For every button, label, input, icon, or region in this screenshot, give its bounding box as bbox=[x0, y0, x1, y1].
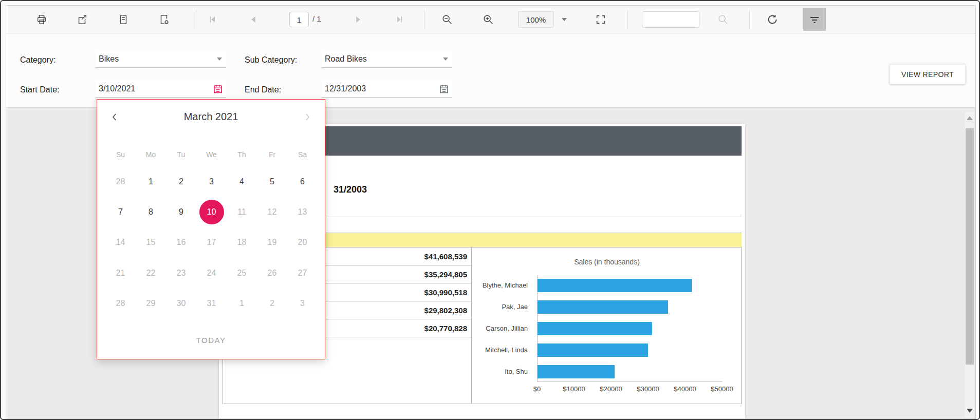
datepicker-day[interactable]: 6 bbox=[287, 166, 318, 197]
start-date-label: Start Date: bbox=[20, 85, 59, 94]
next-page-button[interactable] bbox=[349, 10, 367, 29]
parameters-panel-toggle-button[interactable] bbox=[803, 8, 826, 31]
search-button[interactable] bbox=[714, 10, 732, 29]
refresh-button[interactable] bbox=[763, 10, 782, 29]
calendar-icon[interactable] bbox=[439, 84, 449, 94]
chart-x-tick: $10000 bbox=[563, 385, 585, 393]
datepicker-dayname: We bbox=[196, 147, 227, 162]
view-report-button[interactable]: VIEW REPORT bbox=[890, 64, 966, 84]
datepicker-popup: March 2021 SuMoTuWeThFrSa 28123456789101… bbox=[97, 99, 325, 359]
end-date-value: 12/31/2003 bbox=[325, 84, 366, 93]
toolbar-divider bbox=[196, 10, 196, 29]
datepicker-day[interactable]: 9 bbox=[166, 197, 196, 227]
category-dropdown[interactable]: Bikes bbox=[96, 50, 226, 68]
scroll-up-arrow-icon[interactable] bbox=[967, 116, 973, 120]
category-label: Category: bbox=[20, 55, 56, 65]
app-window: / 1 100% Catego bbox=[0, 0, 980, 420]
parameter-panel: Category: Bikes Sub Category: Road Bikes… bbox=[6, 33, 975, 108]
first-page-button[interactable] bbox=[203, 10, 221, 29]
search-icon bbox=[717, 14, 729, 25]
datepicker-day[interactable]: 3 bbox=[196, 166, 227, 197]
datepicker-day: 25 bbox=[227, 258, 257, 288]
datepicker-day: 24 bbox=[196, 258, 227, 288]
sales-value-cell: $20,770,828 bbox=[424, 324, 471, 333]
datepicker-day[interactable]: 5 bbox=[257, 166, 287, 197]
datepicker-day[interactable]: 2 bbox=[166, 166, 196, 197]
chevron-down-icon[interactable] bbox=[443, 58, 448, 61]
chart-category-label: Blythe, Michael bbox=[472, 281, 532, 290]
end-date-input[interactable]: 12/31/2003 bbox=[322, 80, 452, 98]
zoom-out-button[interactable] bbox=[438, 10, 456, 29]
fullscreen-button[interactable] bbox=[591, 10, 610, 29]
datepicker-day[interactable]: 4 bbox=[227, 166, 257, 197]
subcategory-value: Road Bikes bbox=[325, 54, 367, 64]
chevron-down-icon[interactable] bbox=[217, 58, 222, 61]
zoom-dropdown-caret-icon[interactable] bbox=[562, 18, 567, 21]
today-button[interactable]: TODAY bbox=[97, 336, 325, 345]
chart-bar bbox=[538, 365, 615, 378]
page-count-label: / 1 bbox=[312, 14, 321, 23]
export-icon bbox=[77, 14, 88, 25]
datepicker-day: 1 bbox=[227, 289, 257, 319]
datepicker-month-title[interactable]: March 2021 bbox=[97, 111, 325, 123]
page-number-input[interactable] bbox=[289, 12, 309, 27]
previous-page-icon bbox=[249, 15, 258, 24]
datepicker-day: 16 bbox=[166, 227, 196, 258]
zoom-level-select[interactable]: 100% bbox=[518, 11, 554, 28]
datepicker-dayname: Sa bbox=[287, 147, 318, 162]
datepicker-day: 31 bbox=[196, 289, 227, 319]
subcategory-dropdown[interactable]: Road Bikes bbox=[322, 50, 452, 68]
datepicker-day: 2 bbox=[257, 289, 287, 319]
sales-value-cell: $29,802,308 bbox=[424, 306, 471, 315]
datepicker-day[interactable]: 1 bbox=[136, 166, 166, 197]
print-layout-button[interactable] bbox=[114, 10, 133, 29]
toolbar-divider bbox=[627, 10, 628, 29]
datepicker-day-selected[interactable]: 10 bbox=[196, 197, 227, 227]
datepicker-day: 30 bbox=[166, 289, 196, 319]
next-page-icon bbox=[354, 15, 363, 24]
export-button[interactable] bbox=[73, 10, 91, 29]
datepicker-day[interactable]: 7 bbox=[105, 197, 136, 227]
scrollbar-thumb[interactable] bbox=[966, 128, 974, 365]
datepicker-day: 12 bbox=[257, 197, 287, 227]
last-page-button[interactable] bbox=[391, 10, 409, 29]
datepicker-day: 14 bbox=[105, 227, 136, 258]
datepicker-day: 11 bbox=[227, 197, 257, 227]
datepicker-day: 17 bbox=[196, 227, 227, 258]
chart-category-label: Ito, Shu bbox=[472, 367, 532, 376]
datepicker-day[interactable]: 8 bbox=[136, 197, 166, 227]
datepicker-day: 29 bbox=[136, 289, 166, 319]
chart-x-tick: $50000 bbox=[711, 385, 733, 393]
end-date-label: End Date: bbox=[245, 85, 281, 94]
calendar-icon[interactable] bbox=[213, 84, 223, 94]
document-icon bbox=[118, 14, 129, 25]
zoom-level-value: 100% bbox=[526, 15, 546, 24]
search-input[interactable] bbox=[642, 11, 699, 28]
chart-title: Sales (in thousands) bbox=[472, 258, 742, 266]
sales-value-cell: $35,294,805 bbox=[424, 270, 471, 279]
datepicker-day: 18 bbox=[227, 227, 257, 258]
previous-page-button[interactable] bbox=[244, 10, 263, 29]
zoom-out-icon bbox=[441, 14, 453, 25]
page-setup-button[interactable] bbox=[155, 10, 173, 29]
chart-x-axis bbox=[537, 381, 723, 382]
chart-bar bbox=[538, 279, 692, 292]
datepicker-day: 28 bbox=[105, 289, 136, 319]
sales-chart: Sales (in thousands) Blythe, MichaelPak,… bbox=[472, 247, 742, 403]
next-month-button[interactable] bbox=[299, 109, 316, 125]
zoom-in-button[interactable] bbox=[479, 10, 497, 29]
start-date-input[interactable]: 3/10/2021 bbox=[96, 80, 226, 98]
toolbar: / 1 100% bbox=[6, 6, 975, 33]
vertical-scrollbar[interactable] bbox=[965, 112, 975, 418]
datepicker-dayname: Tu bbox=[166, 147, 196, 162]
datepicker-day-headers: SuMoTuWeThFrSa bbox=[105, 147, 318, 162]
sales-value-cell: $41,608,539 bbox=[424, 252, 471, 261]
page-settings-icon bbox=[158, 14, 170, 25]
datepicker-day: 27 bbox=[287, 258, 318, 288]
print-button[interactable] bbox=[32, 10, 51, 29]
datepicker-day: 13 bbox=[287, 197, 318, 227]
subcategory-label: Sub Category: bbox=[245, 55, 297, 65]
refresh-icon bbox=[766, 13, 779, 26]
scroll-down-arrow-icon[interactable] bbox=[967, 409, 973, 413]
datepicker-day: 28 bbox=[105, 166, 136, 197]
